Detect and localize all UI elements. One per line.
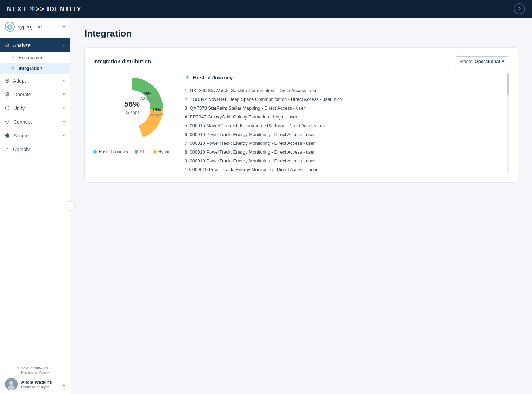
avatar xyxy=(5,378,18,390)
items-panel: ✦ Hosted Journey 1. GKL345 SkyWatch: Sat… xyxy=(185,73,509,174)
copyright-text: © Next Identity, 2023. xyxy=(17,366,53,370)
chevron-up-icon: ▴ xyxy=(63,382,65,387)
legend-hosted-journey: Hosted Journey xyxy=(93,149,128,154)
main-content: Integration Integration distribution Sta… xyxy=(70,18,532,394)
footer-links: © Next Identity, 2023. Privacy & Policy xyxy=(5,366,65,374)
user-role: Portfolio analyst xyxy=(21,385,59,389)
chevron-right-icon: › xyxy=(69,204,71,208)
org-icon: 🌐 xyxy=(5,22,15,32)
comply-icon: ✓ xyxy=(5,146,10,153)
panel-header-title: Hosted Journey xyxy=(193,75,233,80)
sidebar-item-engagement[interactable]: ↳ Engagement xyxy=(0,52,70,63)
sidebar-item-adopt[interactable]: ⊕ Adopt ▾ xyxy=(0,74,70,88)
list-item[interactable]: 5. 000015 MarketConnect: E-commerce Plat… xyxy=(185,121,509,130)
sidebar-item-integration-label: Integration xyxy=(19,66,42,71)
sidebar-item-unify[interactable]: ⬡ Unify ▾ xyxy=(0,101,70,115)
list-item[interactable]: 6. 000010 PowerTrack: Energy Monitoring … xyxy=(185,130,509,139)
help-icon: ? xyxy=(518,6,521,12)
list-item[interactable]: 2. TGD342 NovaNet: Deep Space Communicat… xyxy=(185,95,509,104)
sidebar-item-label: Secure xyxy=(13,133,59,138)
logo-text: NEXT ✶>> IDENTITY xyxy=(7,5,82,13)
scroll-thumb[interactable] xyxy=(507,73,509,95)
help-button[interactable]: ? xyxy=(514,3,525,14)
unify-icon: ⬡ xyxy=(5,105,10,111)
sidebar-item-comply[interactable]: ✓ Comply xyxy=(0,142,70,156)
legend-api: API xyxy=(135,149,147,154)
legend-dot-hybrid xyxy=(153,150,157,154)
svg-point-1 xyxy=(9,381,13,385)
logo-area: NEXT ✶>> IDENTITY xyxy=(7,5,82,13)
integration-items-list: 1. GKL345 SkyWatch: Satellite Coordinati… xyxy=(185,86,509,174)
list-item[interactable]: 10. 000010 PowerTrack: Energy Monitoring… xyxy=(185,165,509,174)
org-name: hyperglobe xyxy=(18,24,60,30)
chevron-down-icon: ▾ xyxy=(63,120,65,124)
list-item[interactable]: 8. 000010 PowerTrack: Energy Monitoring … xyxy=(185,148,509,156)
list-item[interactable]: 7. 000010 PowerTrack: Energy Monitoring … xyxy=(185,139,509,148)
sidebar-item-connect[interactable]: ⚇ Connect ▾ xyxy=(0,115,70,129)
svg-text:28 apps: 28 apps xyxy=(150,113,164,117)
list-item[interactable]: 9. 000010 PowerTrack: Energy Monitoring … xyxy=(185,156,509,165)
panel-header: ✦ Hosted Journey xyxy=(185,73,509,81)
sidebar-item-integration[interactable]: ↳ Integration xyxy=(0,63,70,74)
chevron-down-icon: ▾ xyxy=(502,59,505,64)
legend-label-api: API xyxy=(140,149,147,154)
sidebar-item-label: Connect xyxy=(13,119,59,125)
user-name: Alicia Watkins xyxy=(21,380,59,385)
nav-section: ⊙ Analyze ▴ ↳ Engagement ↳ Integration ⊕… xyxy=(0,36,70,362)
svg-text:86 apps: 86 apps xyxy=(125,110,140,115)
operate-icon: ⚙ xyxy=(5,91,10,98)
chevron-down-icon: ▾ xyxy=(63,133,65,138)
sidebar-item-label: Comply xyxy=(13,147,65,152)
card-header: Integration distribution Stage: Operatio… xyxy=(93,56,509,66)
svg-text:19%: 19% xyxy=(152,107,161,112)
user-section[interactable]: Alicia Watkins Portfolio analyst ▴ xyxy=(5,378,65,390)
chevron-down-icon: ▾ xyxy=(63,92,65,97)
chart-list-layout: 56% 86 apps 25% 38 apps 19% 28 apps xyxy=(93,73,509,174)
sidebar-item-engagement-label: Engagement xyxy=(19,55,45,60)
card-title: Integration distribution xyxy=(93,58,151,64)
svg-point-2 xyxy=(8,385,15,390)
stage-select[interactable]: Stage: Operational ▾ xyxy=(455,56,509,66)
adopt-icon: ⊕ xyxy=(5,77,10,84)
sidebar-footer: © Next Identity, 2023. Privacy & Policy … xyxy=(0,362,70,394)
chevron-up-icon: ▴ xyxy=(63,43,65,47)
sub-arrow-icon: ↳ xyxy=(11,55,14,60)
stage-label: Stage: xyxy=(459,59,473,64)
svg-text:56%: 56% xyxy=(124,100,140,109)
page-title: Integration xyxy=(84,28,518,39)
legend-dot-api xyxy=(135,150,138,154)
donut-chart[interactable]: 56% 86 apps 25% 38 apps 19% 28 apps xyxy=(97,73,167,144)
secure-icon: ⬟ xyxy=(5,132,10,139)
chevron-down-icon: ▾ xyxy=(63,78,65,83)
legend-dot-hosted xyxy=(93,150,97,154)
top-header: NEXT ✶>> IDENTITY ? xyxy=(0,0,532,18)
legend-label-hybrid: Hybrid xyxy=(158,149,171,154)
stage-value: Operational xyxy=(475,59,500,64)
user-info: Alicia Watkins Portfolio analyst xyxy=(21,380,59,389)
sidebar-collapse-button[interactable]: › xyxy=(65,201,75,211)
chart-legend: Hosted Journey API Hybrid xyxy=(93,149,171,154)
main-layout: 🌐 hyperglobe ▾ ⊙ Analyze ▴ ↳ Engagement … xyxy=(0,18,532,394)
connect-icon: ⚇ xyxy=(5,118,10,125)
chevron-down-icon: ▾ xyxy=(63,106,65,110)
donut-chart-container: 56% 86 apps 25% 38 apps 19% 28 apps xyxy=(93,73,171,154)
sub-arrow-icon: ↳ xyxy=(11,66,14,71)
donut-svg: 56% 86 apps 25% 38 apps 19% 28 apps xyxy=(97,73,167,144)
privacy-policy-link[interactable]: Privacy & Policy xyxy=(21,370,49,374)
integration-card: Integration distribution Stage: Operatio… xyxy=(84,47,518,183)
list-item[interactable]: 4. FRT847 GalaxyGrid: Galaxy Formation -… xyxy=(185,112,509,121)
list-item[interactable]: 1. GKL345 SkyWatch: Satellite Coordinati… xyxy=(185,86,509,95)
chevron-down-icon: ▾ xyxy=(63,24,65,29)
hosted-journey-icon: ✦ xyxy=(185,73,190,81)
list-item[interactable]: 3. QXF378 StarPath: Stellar Mapping - Di… xyxy=(185,104,509,112)
scrollbar[interactable] xyxy=(507,73,509,174)
sidebar-item-secure[interactable]: ⬟ Secure ▾ xyxy=(0,129,70,142)
sidebar-item-analyze[interactable]: ⊙ Analyze ▴ xyxy=(0,38,70,52)
legend-label-hosted: Hosted Journey xyxy=(99,149,128,154)
sidebar-item-operate[interactable]: ⚙ Operate ▾ xyxy=(0,88,70,101)
sidebar-item-label: Unify xyxy=(13,105,59,111)
org-selector[interactable]: 🌐 hyperglobe ▾ xyxy=(0,18,70,36)
sidebar-item-label: Analyze xyxy=(13,43,59,48)
avatar-image xyxy=(5,378,18,390)
svg-text:25%: 25% xyxy=(143,91,152,96)
